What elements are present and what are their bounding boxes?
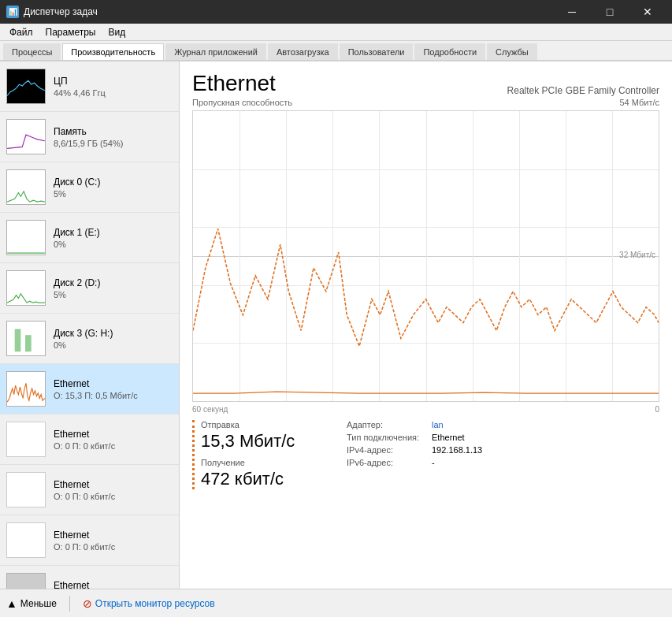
ethernet0-info: Ethernet О: 15,3 П: 0,5 Мбит/с xyxy=(54,378,138,400)
window-controls: ─ □ ✕ xyxy=(554,0,666,24)
menu-view[interactable]: Вид xyxy=(102,25,132,39)
monitor-icon: ⊘ xyxy=(83,597,92,610)
ethernet4-info: Ethernet Нет подключения xyxy=(54,580,124,589)
send-label: Отправка xyxy=(201,420,334,429)
ipv4-key: IPv4-адрес: xyxy=(347,445,425,455)
bandwidth-label: Пропускная способность xyxy=(192,98,292,107)
maximize-button[interactable]: □ xyxy=(592,0,628,24)
panel-controller: Realtek PCIe GBE Family Controller xyxy=(507,85,659,96)
disk3-info: Диск 3 (G: H:) 0% xyxy=(54,328,113,350)
ethernet3-info: Ethernet О: 0 П: 0 кбит/с xyxy=(54,530,115,552)
cpu-info: ЦП 44% 4,46 Ггц xyxy=(54,76,106,98)
info-row-ipv4: IPv4-адрес: 192.168.1.13 xyxy=(347,445,482,455)
sidebar-item-ethernet2[interactable]: Ethernet О: 0 П: 0 кбит/с xyxy=(0,465,179,515)
right-panel: Ethernet Realtek PCIe GBE Family Control… xyxy=(180,61,672,589)
ethernet3-label: Ethernet xyxy=(54,530,115,541)
disk0-label: Диск 0 (C:) xyxy=(54,177,100,188)
connection-type-val: Ethernet xyxy=(432,433,465,442)
svg-rect-3 xyxy=(7,221,45,255)
bottom-bar: ▲ Меньше ⊘ Открыть монитор ресурсов xyxy=(0,589,672,617)
chart-svg xyxy=(193,111,659,401)
monitor-link[interactable]: ⊘ Открыть монитор ресурсов xyxy=(83,597,215,610)
close-button[interactable]: ✕ xyxy=(629,0,666,24)
menu-bar: Файл Параметры Вид xyxy=(0,24,672,41)
adapter-val: lan xyxy=(432,420,444,429)
menu-parameters[interactable]: Параметры xyxy=(39,25,102,39)
recv-label: Получение xyxy=(201,458,334,467)
ethernet0-sub: О: 15,3 П: 0,5 Мбит/с xyxy=(54,391,138,400)
tab-details[interactable]: Подробности xyxy=(414,43,485,60)
memory-thumbnail xyxy=(6,119,46,154)
tab-users[interactable]: Пользователи xyxy=(340,43,414,60)
app-icon: 📊 xyxy=(6,6,19,18)
disk1-sub: 0% xyxy=(54,240,100,249)
tab-services[interactable]: Службы xyxy=(487,43,537,60)
tab-processes[interactable]: Процессы xyxy=(3,43,61,60)
ethernet3-sub: О: 0 П: 0 кбит/с xyxy=(54,542,115,552)
sidebar-item-memory[interactable]: Память 8,6/15,9 ГБ (54%) xyxy=(0,112,179,162)
ethernet4-label: Ethernet xyxy=(54,580,124,589)
less-button[interactable]: ▲ Меньше xyxy=(6,597,57,610)
up-arrow-icon: ▲ xyxy=(6,597,17,610)
memory-label: Память xyxy=(54,126,123,137)
svg-rect-1 xyxy=(7,120,45,154)
sidebar-item-disk1[interactable]: Диск 1 (E:) 0% xyxy=(0,213,179,263)
less-label: Меньше xyxy=(20,598,57,609)
recv-value: 472 кбит/с xyxy=(201,469,334,489)
ethernet0-thumbnail xyxy=(6,371,46,407)
sidebar-item-ethernet4[interactable]: Ethernet Нет подключения xyxy=(0,566,179,589)
disk1-info: Диск 1 (E:) 0% xyxy=(54,227,100,249)
stats-right: Адаптер: lan Тип подключения: Ethernet I… xyxy=(334,420,659,489)
info-keys: Адаптер: lan Тип подключения: Ethernet I… xyxy=(347,420,482,489)
disk0-info: Диск 0 (C:) 5% xyxy=(54,177,100,199)
tab-apphistory[interactable]: Журнал приложений xyxy=(165,43,266,60)
disk1-thumbnail xyxy=(6,220,46,255)
ethernet3-thumbnail xyxy=(6,522,46,558)
minimize-button[interactable]: ─ xyxy=(554,0,590,24)
sidebar-item-cpu[interactable]: ЦП 44% 4,46 Ггц xyxy=(0,61,179,112)
tab-startup[interactable]: Автозагрузка xyxy=(268,43,338,60)
stats-section: Отправка 15,3 Мбит/с Получение 472 кбит/… xyxy=(192,420,659,489)
tab-performance[interactable]: Производительность xyxy=(62,43,164,60)
disk2-info: Диск 2 (D:) 5% xyxy=(54,277,100,299)
panel-title: Ethernet xyxy=(192,71,276,96)
menu-file[interactable]: Файл xyxy=(3,25,39,39)
sidebar-item-ethernet3[interactable]: Ethernet О: 0 П: 0 кбит/с xyxy=(0,515,179,566)
info-row-type: Тип подключения: Ethernet xyxy=(347,433,482,442)
sidebar-item-disk0[interactable]: Диск 0 (C:) 5% xyxy=(0,162,179,213)
sidebar: ЦП 44% 4,46 Ггц Память 8,6/15,9 ГБ (54%) xyxy=(0,61,180,589)
sidebar-item-ethernet1[interactable]: Ethernet О: 0 П: 0 кбит/с xyxy=(0,414,179,465)
window-title: Диспетчер задач xyxy=(24,6,98,17)
sidebar-item-ethernet0[interactable]: Ethernet О: 15,3 П: 0,5 Мбит/с xyxy=(0,364,179,414)
info-row-adapter: Адаптер: lan xyxy=(347,420,482,429)
ethernet1-info: Ethernet О: 0 П: 0 кбит/с xyxy=(54,429,115,451)
panel-header: Ethernet Realtek PCIe GBE Family Control… xyxy=(192,71,659,96)
ethernet2-info: Ethernet О: 0 П: 0 кбит/с xyxy=(54,479,115,501)
cpu-sub: 44% 4,46 Ггц xyxy=(54,88,106,98)
ethernet1-thumbnail xyxy=(6,422,46,457)
main-content: ЦП 44% 4,46 Ггц Память 8,6/15,9 ГБ (54%) xyxy=(0,61,672,589)
svg-rect-6 xyxy=(15,329,21,352)
disk0-thumbnail xyxy=(6,169,46,205)
sidebar-item-disk3[interactable]: Диск 3 (G: H:) 0% xyxy=(0,314,179,364)
ipv6-key: IPv6-адрес: xyxy=(347,458,425,467)
ethernet2-sub: О: 0 П: 0 кбит/с xyxy=(54,492,115,501)
bandwidth-value: 54 Мбит/с xyxy=(620,98,660,107)
cpu-label: ЦП xyxy=(54,76,106,87)
chart-time-end: 0 xyxy=(655,405,659,414)
svg-rect-0 xyxy=(7,69,45,103)
title-bar: 📊 Диспетчер задач ─ □ ✕ xyxy=(0,0,672,24)
info-row-ipv6: IPv6-адрес: - xyxy=(347,458,482,467)
disk2-label: Диск 2 (D:) xyxy=(54,277,100,288)
sidebar-item-disk2[interactable]: Диск 2 (D:) 5% xyxy=(0,263,179,314)
chart-time-labels: 60 секунд 0 xyxy=(192,405,659,414)
disk2-thumbnail xyxy=(6,270,46,306)
ethernet1-label: Ethernet xyxy=(54,429,115,440)
memory-sub: 8,6/15,9 ГБ (54%) xyxy=(54,139,123,148)
svg-rect-7 xyxy=(25,335,32,351)
adapter-key: Адаптер: xyxy=(347,420,425,429)
bandwidth-chart: 32 Мбит/с xyxy=(192,110,659,402)
chart-time-start: 60 секунд xyxy=(192,405,228,414)
disk2-sub: 5% xyxy=(54,290,100,299)
ethernet1-sub: О: 0 П: 0 кбит/с xyxy=(54,441,115,451)
